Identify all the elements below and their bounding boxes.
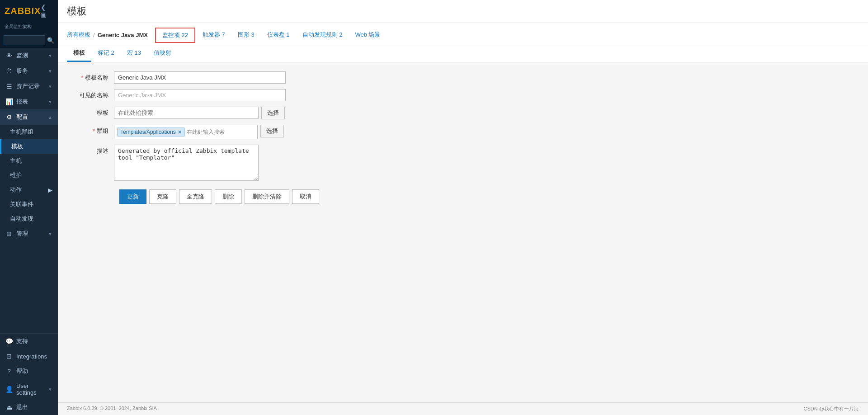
groups-row: 群组 Templates/Applications ✕ 选择 bbox=[69, 125, 857, 139]
full-clone-button[interactable]: 全克隆 bbox=[179, 189, 212, 204]
sidebar-sub-label-templates: 模板 bbox=[11, 142, 23, 151]
sidebar-item-logout[interactable]: ⏏ 退出 bbox=[0, 400, 58, 415]
sidebar-item-integrations[interactable]: ⊡ Integrations bbox=[0, 349, 58, 363]
sidebar-sub-label-hosts: 主机 bbox=[10, 157, 22, 165]
chevron-icon-3: ▼ bbox=[48, 84, 52, 89]
support-icon: 💬 bbox=[5, 338, 13, 345]
sidebar-item-help[interactable]: ? 帮助 bbox=[0, 363, 58, 379]
sidebar-item-label-assets: 资产记录 bbox=[16, 82, 40, 90]
chevron-user: ▼ bbox=[48, 387, 52, 392]
user-icon: 👤 bbox=[5, 386, 13, 393]
group-tag-item: Templates/Applications ✕ bbox=[117, 127, 185, 137]
templates-select-button[interactable]: 选择 bbox=[261, 107, 285, 119]
tab-monitoring[interactable]: 监控项 22 bbox=[155, 28, 195, 43]
service-icon: ⏱ bbox=[5, 67, 13, 75]
visible-name-input[interactable] bbox=[114, 89, 286, 101]
admin-icon: ⊞ bbox=[5, 230, 13, 237]
sub-tab-macros[interactable]: 宏 13 bbox=[121, 45, 147, 62]
template-name-label: 模板名称 bbox=[69, 71, 114, 82]
sidebar-sub-maintenance[interactable]: 维护 bbox=[0, 168, 58, 183]
template-name-row: 模板名称 bbox=[69, 71, 857, 84]
sidebar-search-input[interactable] bbox=[4, 35, 45, 45]
sub-tab-template[interactable]: 模板 bbox=[67, 45, 91, 62]
groups-select-button[interactable]: 选择 bbox=[260, 125, 284, 137]
sidebar-item-label-admin: 管理 bbox=[16, 230, 28, 238]
sidebar-item-user-settings[interactable]: 👤 User settings ▼ bbox=[0, 379, 58, 400]
tab-graphs[interactable]: 图形 3 bbox=[231, 28, 261, 42]
sidebar-item-admin[interactable]: ⊞ 管理 ▼ bbox=[0, 226, 58, 241]
breadcrumb: 所有模板 / Generic Java JMX 监控项 22 触发器 7 图形 … bbox=[67, 23, 859, 45]
form-buttons: 更新 克隆 全克隆 删除 删除并清除 取消 bbox=[69, 189, 857, 204]
description-field-container: Generated by official Zabbix template to… bbox=[114, 145, 286, 182]
topbar: 模板 bbox=[58, 0, 868, 23]
visible-name-field-container bbox=[114, 89, 286, 101]
sidebar-sub-label-actions: 动作 bbox=[10, 186, 22, 194]
footer-attribution: CSDN @我心中有一片海 bbox=[804, 406, 859, 412]
update-button[interactable]: 更新 bbox=[119, 189, 146, 204]
sidebar-item-monitor[interactable]: 👁 监测 ▼ bbox=[0, 48, 58, 63]
cancel-button[interactable]: 取消 bbox=[292, 189, 319, 204]
reports-icon: 📊 bbox=[5, 98, 13, 105]
tab-dashboards[interactable]: 仪表盘 1 bbox=[261, 28, 296, 42]
sidebar-item-service[interactable]: ⏱ 服务 ▼ bbox=[0, 63, 58, 79]
sidebar-sub-autodiscover[interactable]: 自动发现 bbox=[0, 212, 58, 226]
chevron-icon-5: ▲ bbox=[48, 115, 52, 120]
sidebar-sub-actions[interactable]: 动作 ▶ bbox=[0, 183, 58, 197]
sidebar-item-config[interactable]: ⚙ 配置 ▲ bbox=[0, 109, 58, 125]
sidebar: ZABBIX ❮ ▣ 全局监控架构 🔍 👁 监测 ▼ ⏱ 服务 ▼ ☰ 资产记录… bbox=[0, 0, 58, 415]
sidebar-item-assets[interactable]: ☰ 资产记录 ▼ bbox=[0, 79, 58, 94]
zabbix-logo: ZABBIX bbox=[5, 6, 41, 16]
sidebar-sub-hosts[interactable]: 主机 bbox=[0, 154, 58, 168]
groups-input-group: Templates/Applications ✕ 选择 bbox=[114, 125, 284, 139]
tab-web[interactable]: Web 场景 bbox=[349, 28, 387, 42]
templates-row: 模板 选择 bbox=[69, 107, 857, 119]
template-name-field-container bbox=[114, 71, 286, 84]
logout-icon: ⏏ bbox=[5, 404, 13, 411]
sidebar-item-label-config: 配置 bbox=[16, 113, 28, 121]
sub-tab-tags[interactable]: 标记 2 bbox=[91, 45, 121, 62]
chevron-icon-6: ▼ bbox=[48, 231, 52, 236]
sidebar-item-label-integrations: Integrations bbox=[16, 353, 47, 360]
templates-search-input[interactable] bbox=[114, 107, 259, 119]
sidebar-item-reports[interactable]: 📊 报表 ▼ bbox=[0, 94, 58, 109]
groups-search-input[interactable] bbox=[187, 129, 255, 135]
form-area: 模板名称 可见的名称 模板 选择 群组 bbox=[58, 62, 868, 402]
sidebar-sub-label-hostgroup: 主机群组 bbox=[10, 128, 33, 136]
chevron-icon: ▼ bbox=[48, 53, 52, 58]
tab-autodiscovery[interactable]: 自动发现规则 2 bbox=[296, 28, 349, 42]
delete-clear-button[interactable]: 删除并清除 bbox=[245, 189, 289, 204]
clone-button[interactable]: 克隆 bbox=[149, 189, 176, 204]
sidebar-sub-label-maintenance: 维护 bbox=[10, 171, 22, 179]
sidebar-subtitle: 全局监控架构 bbox=[0, 22, 58, 33]
sidebar-sub-hostgroup[interactable]: 主机群组 bbox=[0, 125, 58, 139]
groups-tag-box[interactable]: Templates/Applications ✕ bbox=[114, 125, 258, 139]
collapse-sidebar-button[interactable]: ❮ ▣ bbox=[41, 4, 53, 18]
sidebar-item-support[interactable]: 💬 支持 bbox=[0, 334, 58, 349]
breadcrumb-all-templates[interactable]: 所有模板 bbox=[67, 31, 90, 39]
sidebar-sub-templates[interactable]: 模板 bbox=[0, 139, 58, 154]
sidebar-bottom: 💬 支持 ⊡ Integrations ? 帮助 👤 User settings… bbox=[0, 333, 58, 415]
description-textarea[interactable]: Generated by official Zabbix template to… bbox=[114, 145, 259, 181]
visible-name-label: 可见的名称 bbox=[69, 89, 114, 99]
footer: Zabbix 6.0.29. © 2001–2024, Zabbix SIA C… bbox=[58, 402, 868, 415]
chevron-icon-4: ▼ bbox=[48, 99, 52, 104]
sidebar-header: ZABBIX ❮ ▣ bbox=[0, 0, 58, 22]
breadcrumb-separator: / bbox=[93, 32, 95, 38]
sidebar-search-container: 🔍 bbox=[0, 33, 58, 48]
sidebar-item-label-user: User settings bbox=[16, 382, 44, 396]
sub-tabs: 模板 标记 2 宏 13 值映射 bbox=[58, 45, 868, 62]
config-icon: ⚙ bbox=[5, 113, 13, 121]
sidebar-sub-events[interactable]: 关联事件 bbox=[0, 197, 58, 212]
template-name-input[interactable] bbox=[114, 71, 286, 84]
chevron-icon-2: ▼ bbox=[48, 69, 52, 74]
delete-button[interactable]: 删除 bbox=[215, 189, 242, 204]
integrations-icon: ⊡ bbox=[5, 353, 13, 360]
sub-tab-dashboard[interactable]: 值映射 bbox=[147, 45, 178, 62]
tab-triggers[interactable]: 触发器 7 bbox=[196, 28, 231, 42]
sidebar-item-label-help: 帮助 bbox=[16, 367, 28, 375]
content-header: 所有模板 / Generic Java JMX 监控项 22 触发器 7 图形 … bbox=[58, 23, 868, 45]
group-tag-close[interactable]: ✕ bbox=[178, 129, 182, 135]
sidebar-item-label-support: 支持 bbox=[16, 337, 28, 345]
sidebar-item-label-reports: 报表 bbox=[16, 98, 28, 106]
nav-tabs: 监控项 22 触发器 7 图形 3 仪表盘 1 自动发现规则 2 Web 场景 bbox=[155, 28, 387, 43]
